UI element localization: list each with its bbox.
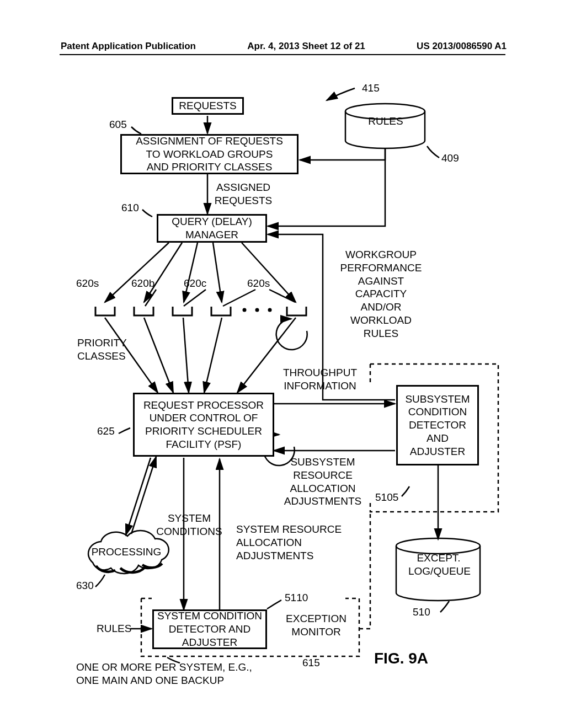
ref-605: 605 [109, 118, 127, 131]
ref-510: 510 [413, 606, 430, 619]
assigned-requests-label: ASSIGNED REQUESTS [213, 181, 274, 207]
ref-5110: 5110 [285, 591, 308, 604]
header-left: Patent Application Publication [61, 41, 196, 52]
header-mid: Apr. 4, 2013 Sheet 12 of 21 [247, 41, 365, 52]
processing-cloud-label: PROCESSING [90, 545, 162, 559]
request-processor-box: REQUEST PROCESSOR UNDER CONTROL OF PRIOR… [133, 393, 274, 457]
footer-note: ONE OR MORE PER SYSTEM, E.G., ONE MAIN A… [76, 661, 258, 687]
ref-620s-b: 620s [247, 277, 270, 290]
svg-line-16 [204, 318, 222, 393]
query-manager-box: QUERY (DELAY) MANAGER [157, 214, 267, 243]
rules2-label: RULES [97, 622, 131, 635]
svg-line-15 [183, 318, 189, 393]
svg-point-6 [255, 308, 259, 312]
sra-label: SUBSYSTEM RESOURCE ALLOCATION ADJUSTMENT… [276, 456, 370, 508]
system-ra-label: SYSTEM RESOURCE ALLOCATION ADJUSTMENTS [236, 523, 358, 562]
rules-db-label: RULES [366, 115, 406, 128]
svg-line-14 [144, 318, 173, 393]
svg-line-8 [105, 243, 169, 302]
exception-monitor-label: EXCEPTION MONITOR [283, 612, 349, 639]
throughput-label: THROUGHPUT INFORMATION [276, 366, 364, 393]
ref-620c: 620c [184, 277, 206, 290]
ref-5105: 5105 [375, 491, 398, 504]
ref-615: 615 [302, 656, 320, 670]
priority-classes-label: PRIORITY CLASSES [77, 336, 132, 363]
svg-line-11 [213, 243, 222, 302]
ref-620b: 620b [131, 277, 154, 290]
workgroup-perf-label: WORKGROUP PERFORMANCE AGAINST CAPACITY A… [335, 248, 427, 340]
ref-610: 610 [121, 201, 139, 215]
figure-label: FIG. 9A [374, 650, 428, 667]
svg-line-9 [144, 243, 182, 302]
ref-625: 625 [97, 425, 115, 438]
system-conditions-label: SYSTEM CONDITIONS [153, 512, 225, 538]
ref-415: 415 [362, 82, 380, 95]
diagram-container: REQUESTS RULES ASSIGNMENT OF REQUESTS TO… [60, 72, 505, 695]
ref-630: 630 [76, 579, 94, 592]
svg-line-10 [184, 243, 198, 302]
header-rule [60, 54, 505, 55]
ref-409: 409 [441, 152, 459, 165]
svg-point-5 [243, 308, 247, 312]
ref-620s-a: 620s [76, 277, 99, 290]
sysdet-box: SYSTEM CONDITION DETECTOR AND ADJUSTER [152, 609, 267, 649]
except-log-label: EXCEPT. LOG/QUEUE [408, 552, 469, 578]
svg-line-12 [242, 243, 296, 302]
requests-box: REQUESTS [172, 97, 244, 115]
assignment-box: ASSIGNMENT OF REQUESTS TO WORKLOAD GROUP… [120, 134, 299, 174]
header-right: US 2013/0086590 A1 [417, 41, 507, 52]
svg-point-7 [268, 308, 272, 312]
scda-box: SUBSYSTEM CONDITION DETECTOR AND ADJUSTE… [396, 385, 479, 465]
